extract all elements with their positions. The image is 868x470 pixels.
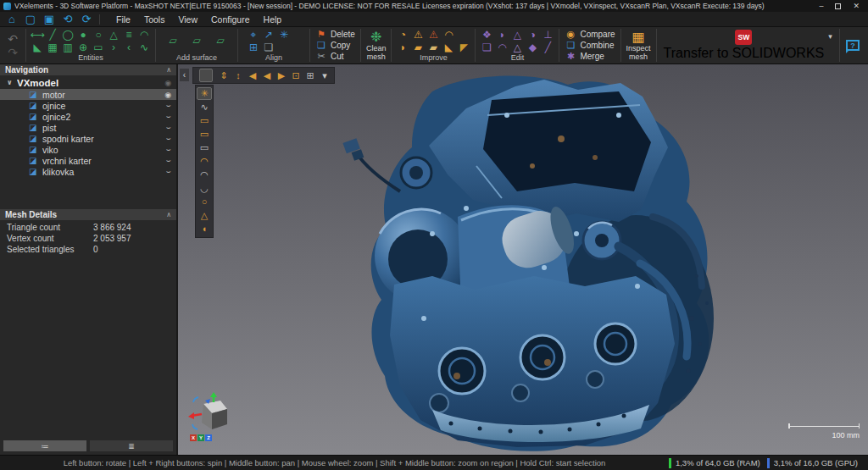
visibility-eye-icon[interactable]: ⌣ [159,167,171,176]
menu-view[interactable]: View [173,13,203,26]
mesh-plane-entity-icon[interactable]: ▥ [60,41,75,53]
remesh-icon[interactable]: ▰ [410,41,426,53]
dome-selection-tool[interactable]: ◠ [197,155,212,168]
zoom-selection-icon[interactable]: ⊡ [289,69,303,82]
align-origin-icon[interactable]: ⌖ [246,28,261,41]
sphere-entity-icon[interactable]: ⊕ [75,41,91,53]
navigation-header[interactable]: Navigation ∧ [0,64,176,75]
align-entities-icon[interactable]: ⊞ [246,41,261,53]
restore-button[interactable] [835,3,841,9]
home-icon[interactable]: ⌂ [3,13,20,26]
compare-button[interactable]: ◉ Compare [565,30,615,40]
fill-holes-icon[interactable]: ◔ [395,28,410,41]
close-button[interactable]: ✕ [853,3,860,10]
refine-icon[interactable]: ◤ [456,41,471,53]
align-surface-icon[interactable]: ❏ [261,41,276,53]
tree-item-ojnice2[interactable]: ◪ ojnice2 ⌣ [0,111,176,122]
fix-errors-icon[interactable]: ⚠ [426,28,441,41]
next-selection-icon[interactable]: ▶ [275,69,288,82]
viewport-3d[interactable]: ‹ ⇕↕◀◀▶⊡⊞▾ ✳∿▭▭▭◠◠◡○△◖ [178,64,868,455]
tree-item-pist[interactable]: ◪ pist ⌣ [0,122,176,133]
freeform-selection-tool[interactable]: ∿ [197,101,212,113]
slab-entity-icon[interactable]: ≡ [121,28,136,41]
tree-view-button[interactable]: ≔ [3,440,86,451]
minimize-button[interactable]: – [819,3,823,10]
list-view-button[interactable]: ≣ [90,440,173,451]
split-mesh-icon[interactable]: ◑ [525,28,540,41]
rectangle-selection-tool[interactable]: ▭ [197,114,212,127]
transfer-solidworks-button[interactable]: SW Transfer to SOLIDWORKS ▾ [657,27,839,64]
save-session-icon[interactable]: ▣ [41,13,58,26]
angle-entity-icon[interactable]: ‹ [121,41,136,53]
plane-grid-entity-icon[interactable]: ▦ [45,41,60,53]
smooth-mesh-icon[interactable]: ▰ [426,41,441,53]
dome-through-selection-tool[interactable]: ◠ [197,169,212,181]
redo-icon[interactable]: ↷ [5,46,20,59]
defeature-icon[interactable]: ❖ [479,28,494,41]
cone-entity-icon[interactable]: △ [106,28,121,41]
visibility-eye-icon[interactable]: ⌣ [159,123,171,132]
viewport-collapse-button[interactable]: ‹ [180,69,189,81]
tree-item-viko[interactable]: ◪ viko ⌣ [0,144,176,155]
copy-button[interactable]: ❏ Copy [315,41,355,51]
visibility-eye-icon[interactable]: ⌣ [159,101,171,110]
invert-selection-icon[interactable]: ↕ [231,69,245,82]
navigation-collapse-icon[interactable]: ∧ [166,66,171,74]
tree-root-vxmodel[interactable]: ∨ VXmodel ◉ [0,76,176,89]
cut-button[interactable]: ✂ Cut [315,52,355,62]
selection-options-dropdown[interactable]: ▾ [318,69,331,82]
surface-patch-icon[interactable]: ◗ [494,28,509,41]
undo-icon[interactable]: ↶ [5,32,20,46]
extract-icon[interactable]: ◠ [494,41,509,53]
corner-arc-entity-icon[interactable]: ◣ [30,41,45,53]
sharpen-icon[interactable]: ◣ [441,41,456,53]
previous-selection-icon[interactable]: ◀ [246,69,259,82]
tree-item-ojnice[interactable]: ◪ ojnice ⌣ [0,100,176,111]
visibility-eye-icon[interactable]: ◉ [159,91,171,99]
expand-selection-icon[interactable]: ⇕ [217,69,231,82]
delete-button[interactable]: ⚑ Delete [315,30,355,40]
tree-item-spodni-karter[interactable]: ◪ spodni karter ⌣ [0,133,176,144]
triangle-selection-tool[interactable]: △ [197,209,212,222]
tree-item-motor[interactable]: ◪ motor ◉ [0,89,176,100]
import-session-icon[interactable]: ⟲ [59,13,76,26]
curved-surface-entity-icon[interactable]: ◠ [136,28,152,41]
tree-item-klikovka[interactable]: ◪ klikovka ⌣ [0,166,176,177]
fix-triangles-icon[interactable]: ⚠ [410,28,426,41]
circle-entity-icon[interactable]: ◯ [60,28,75,41]
menu-help[interactable]: Help [259,13,287,26]
add-surface-auto-icon[interactable]: ▱ [165,35,181,47]
add-surface-fill-icon[interactable]: ▱ [213,35,228,47]
boolean-icon[interactable]: ❏ [479,41,494,53]
menu-file[interactable]: File [111,13,136,26]
expander-icon[interactable]: ∨ [7,79,17,86]
mesh-details-collapse-icon[interactable]: ∧ [166,211,171,218]
mesh-details-header[interactable]: Mesh Details ∧ [0,209,176,220]
merge-button[interactable]: ✱ Merge [565,52,615,62]
selection-rectangle-tool[interactable] [199,69,213,82]
sculpt-icon[interactable]: ╱ [540,41,555,53]
visibility-eye-icon[interactable]: ⌣ [159,134,171,143]
align-axis-icon[interactable]: ↗ [261,28,276,41]
brush-selection-tool[interactable]: ✳ [197,87,212,100]
visibility-eye-icon[interactable]: ⌣ [159,112,171,121]
visibility-eye-icon[interactable]: ◉ [159,79,171,87]
clean-mesh-button[interactable]: ❉ Clean mesh [361,27,392,64]
curve-selection-tool[interactable]: ◡ [197,182,212,195]
visibility-eye-icon[interactable]: ⌣ [159,156,171,165]
visibility-eye-icon[interactable]: ⌣ [159,145,171,154]
feedback-bubble-icon[interactable]: ? [846,40,860,51]
add-surface-manual-icon[interactable]: ▱ [189,35,204,47]
waterproof-icon[interactable]: ◆ [525,41,540,53]
line-entity-icon[interactable]: ╱ [45,28,60,41]
combine-button[interactable]: ❏ Combine [565,41,615,51]
reduce-mesh-icon[interactable]: ◗ [395,41,410,53]
menu-tools[interactable]: Tools [139,13,170,26]
flip-normals-icon[interactable]: ⊥ [540,28,555,41]
smooth-boundary-icon[interactable]: ◠ [441,28,456,41]
ellipse-entity-icon[interactable]: ○ [91,28,106,41]
export-session-icon[interactable]: ⟳ [78,13,95,26]
arc-right-entity-icon[interactable]: › [106,41,121,53]
blob-selection-tool[interactable]: ◖ [197,223,212,235]
zoom-region-icon[interactable]: ⊞ [303,69,317,82]
